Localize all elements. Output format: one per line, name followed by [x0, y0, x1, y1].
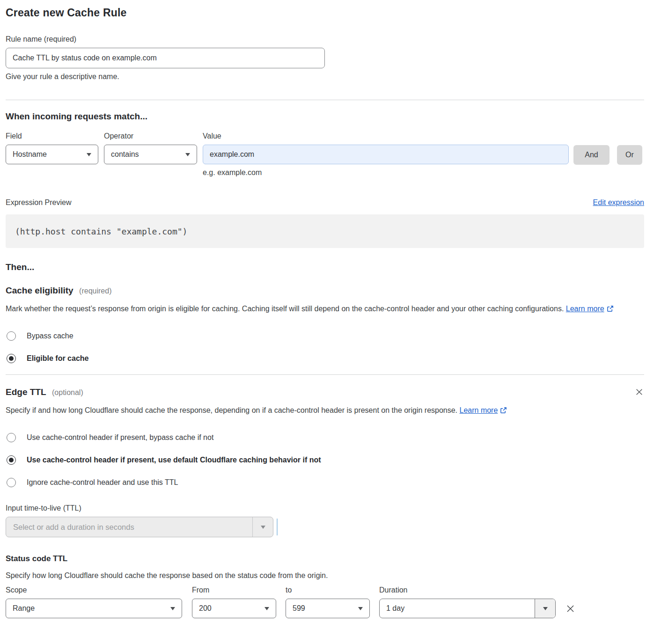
radio-ttl-ignore-header-label: Ignore cache-control header and use this… [27, 478, 178, 487]
expression-code: (http.host contains "example.com") [15, 227, 187, 236]
status-code-ttl-description: Specify how long Cloudflare should cache… [6, 569, 633, 582]
ttl-input-label: Input time-to-live (TTL) [6, 504, 644, 512]
close-icon [635, 390, 643, 397]
rule-name-label: Rule name (required) [6, 35, 644, 44]
learn-more-link[interactable]: Learn more [566, 305, 604, 313]
to-select-value: 599 [293, 604, 305, 613]
to-select[interactable]: 599 [286, 599, 370, 618]
radio-bypass-cache[interactable]: Bypass cache [6, 331, 644, 341]
chevron-down-icon [358, 607, 363, 610]
expression-code-block: (http.host contains "example.com") [6, 214, 644, 248]
page-title: Create new Cache Rule [6, 7, 644, 19]
operator-label: Operator [104, 132, 197, 140]
chevron-down-glyph [261, 526, 265, 529]
duration-select-value: 1 day [380, 599, 535, 618]
expression-preview-label: Expression Preview [6, 198, 72, 207]
duration-label: Duration [379, 586, 556, 594]
ttl-duration-select[interactable]: Select or add a duration in seconds [6, 517, 273, 537]
chevron-down-icon [535, 599, 555, 618]
radio-ttl-default-if-absent-label: Use cache-control header if present, use… [27, 456, 321, 464]
field-select-value: Hostname [13, 150, 47, 159]
radio-ttl-bypass-if-absent-label: Use cache-control header if present, byp… [27, 433, 213, 442]
radio-unselected-icon [7, 433, 16, 442]
edit-expression-link[interactable]: Edit expression [593, 198, 644, 207]
radio-ttl-default-if-absent[interactable]: Use cache-control header if present, use… [6, 455, 644, 465]
radio-bypass-cache-label: Bypass cache [27, 332, 73, 340]
radio-eligible-for-cache-label: Eligible for cache [27, 354, 88, 363]
radio-ttl-bypass-if-absent[interactable]: Use cache-control header if present, byp… [6, 433, 644, 442]
optional-tag: (optional) [52, 388, 83, 396]
learn-more-link[interactable]: Learn more [460, 406, 498, 414]
from-select[interactable]: 200 [192, 599, 276, 618]
edge-ttl-description: Specify if and how long Cloudflare shoul… [6, 404, 633, 418]
create-cache-rule-form: Create new Cache Rule Rule name (require… [6, 0, 644, 618]
status-code-ttl-row: Scope Range From 200 to 599 [6, 586, 644, 618]
rule-name-input[interactable] [6, 48, 325, 68]
section-divider [6, 100, 644, 100]
chevron-down-icon [185, 153, 190, 156]
chevron-down-icon [87, 153, 91, 156]
required-tag: (required) [79, 287, 111, 295]
scope-select-value: Range [13, 604, 35, 613]
field-label: Field [6, 132, 98, 140]
duration-select[interactable]: 1 day [379, 599, 556, 618]
value-hint: e.g. example.com [203, 168, 569, 177]
match-heading: When incoming requests match... [6, 111, 644, 122]
radio-eligible-for-cache[interactable]: Eligible for cache [6, 354, 644, 363]
close-edge-ttl-button[interactable] [634, 387, 644, 398]
cache-eligibility-section: Cache eligibility (required) Mark whethe… [6, 285, 644, 363]
and-button[interactable]: And [573, 145, 610, 165]
from-select-value: 200 [199, 604, 212, 613]
radio-selected-icon [7, 354, 16, 363]
cache-eligibility-heading: Cache eligibility [6, 285, 73, 295]
expression-preview-header: Expression Preview Edit expression [6, 198, 644, 207]
close-icon [566, 607, 575, 615]
value-input[interactable] [203, 145, 569, 164]
chevron-down-glyph [543, 607, 548, 610]
status-code-ttl-heading: Status code TTL [6, 554, 644, 564]
external-link-icon [607, 303, 614, 316]
cache-eligibility-description: Mark whether the request’s response from… [6, 302, 633, 316]
remove-status-ttl-row-button[interactable] [565, 603, 576, 615]
radio-unselected-icon [7, 331, 16, 341]
edge-ttl-heading: Edge TTL [6, 387, 46, 397]
scope-select[interactable]: Range [6, 599, 182, 618]
radio-selected-icon [7, 455, 16, 465]
operator-select[interactable]: contains [104, 145, 197, 164]
radio-unselected-icon [7, 478, 16, 487]
edge-ttl-description-text: Specify if and how long Cloudflare shoul… [6, 406, 457, 414]
edge-ttl-section: Edge TTL (optional) Specify if and how l… [6, 387, 644, 618]
then-heading: Then... [6, 262, 644, 272]
chevron-down-icon [264, 607, 269, 610]
text-caret [277, 519, 278, 535]
external-link-icon [500, 405, 507, 418]
section-divider [6, 374, 644, 375]
from-label: From [192, 586, 276, 594]
radio-ttl-ignore-header[interactable]: Ignore cache-control header and use this… [6, 478, 644, 487]
cache-eligibility-description-text: Mark whether the request’s response from… [6, 305, 564, 313]
chevron-down-icon [252, 517, 273, 537]
field-select[interactable]: Hostname [6, 145, 98, 164]
or-button[interactable]: Or [617, 145, 642, 165]
operator-select-value: contains [111, 150, 139, 159]
chevron-down-icon [170, 607, 175, 610]
rule-name-help: Give your rule a descriptive name. [6, 73, 644, 81]
match-condition-row: Field Hostname Operator contains Value e… [6, 132, 644, 177]
value-label: Value [203, 132, 569, 140]
to-label: to [286, 586, 370, 594]
scope-label: Scope [6, 586, 182, 594]
ttl-duration-placeholder: Select or add a duration in seconds [6, 517, 252, 537]
